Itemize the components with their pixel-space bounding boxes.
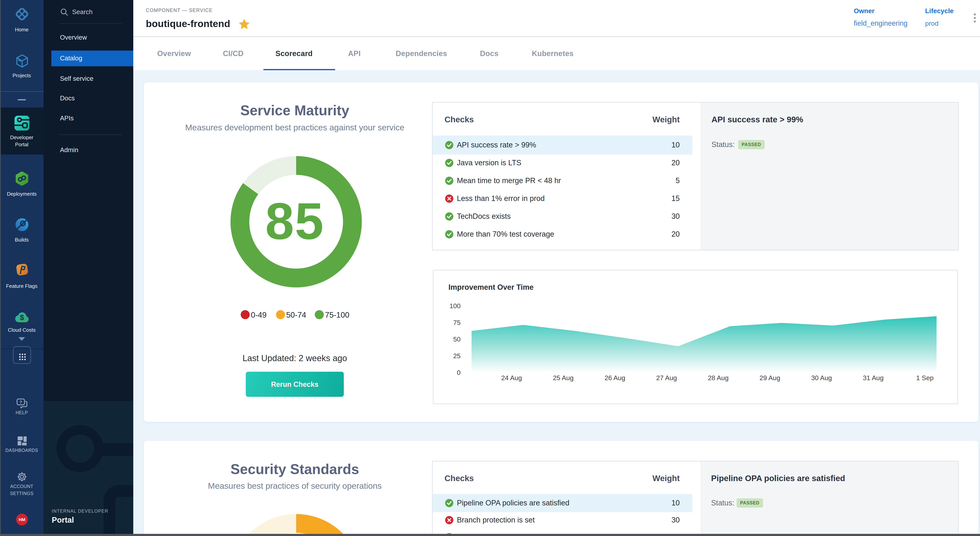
svg-text:$: $ — [20, 313, 24, 321]
svg-text:?: ? — [19, 400, 22, 405]
